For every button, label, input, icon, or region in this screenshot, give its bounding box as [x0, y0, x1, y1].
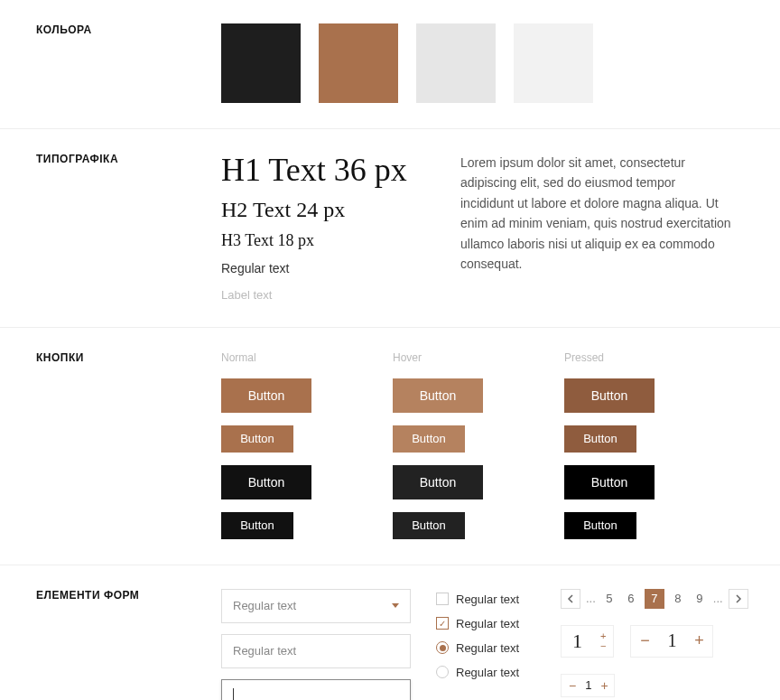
text-input[interactable]: Regular text	[221, 634, 411, 668]
button-col-normal: Normal Button Button Button Button	[221, 351, 311, 539]
page-6[interactable]: 6	[623, 592, 639, 605]
checkbox-checked-row[interactable]: Regular text	[436, 617, 535, 630]
swatch-3	[416, 23, 496, 103]
page-active[interactable]: 7	[645, 589, 664, 609]
checkbox-checked-icon[interactable]	[436, 617, 449, 630]
plus-button[interactable]: +	[600, 678, 608, 693]
section-forms: ЕЛЕМЕНТИ ФОРМ Regular text Regular text	[0, 565, 780, 700]
paragraph-sample: Lorem ipsum dolor sit amet, consectetur …	[460, 153, 731, 302]
buttons-title: КНОПКИ	[36, 351, 221, 364]
checkbox-icon[interactable]	[436, 593, 449, 605]
button-brown-small-pressed[interactable]: Button	[564, 425, 636, 453]
state-label-normal: Normal	[221, 351, 311, 364]
regular-sample: Regular text	[221, 261, 433, 275]
button-black-large-hover[interactable]: Button	[393, 465, 483, 499]
radio-icon[interactable]	[436, 666, 449, 678]
inputs-column: Regular text Regular text	[221, 589, 411, 700]
checkbox-unchecked-row[interactable]: Regular text	[436, 593, 535, 606]
button-brown-large-pressed[interactable]: Button	[564, 378, 655, 413]
chevron-right-icon	[735, 594, 742, 603]
forms-content: Regular text Regular text Regular text	[221, 589, 780, 700]
swatch-1	[221, 23, 301, 103]
typography-title: ТИПОГРАФІКА	[36, 153, 221, 165]
button-col-hover: Hover Button Button Button Button	[393, 351, 483, 539]
page-prev-button[interactable]	[561, 589, 580, 609]
page-5[interactable]: 5	[601, 592, 618, 605]
h2-sample: H2 Text 24 px	[221, 198, 433, 222]
section-colors: КОЛЬОРА	[0, 0, 780, 129]
forms-title: ЕЛЕМЕНТИ ФОРМ	[36, 589, 221, 602]
chevron-left-icon	[567, 594, 574, 603]
text-cursor-icon	[233, 688, 234, 700]
minus-icon[interactable]: −	[600, 641, 606, 651]
radio-unchecked-row[interactable]: Regular text	[436, 666, 535, 679]
plus-icon[interactable]: +	[600, 631, 606, 641]
stepper-value: 1	[562, 630, 593, 653]
stepper-value: 1	[658, 630, 685, 651]
buttons-content: Normal Button Button Button Button Hover…	[221, 351, 780, 539]
button-col-pressed: Pressed Button Button Button Button	[564, 351, 655, 539]
button-black-small-pressed[interactable]: Button	[564, 512, 636, 539]
h3-sample: H3 Text 18 px	[221, 231, 433, 250]
button-black-large-pressed[interactable]: Button	[564, 465, 655, 499]
section-buttons: КНОПКИ Normal Button Button Button Butto…	[0, 328, 780, 565]
stepper-value: 1	[585, 678, 591, 692]
radio-checked-row[interactable]: Regular text	[436, 641, 535, 655]
checks-column: Regular text Regular text Regular text R…	[436, 589, 535, 679]
check-label: Regular text	[456, 617, 519, 630]
check-label: Regular text	[456, 593, 519, 606]
chevron-down-icon	[392, 603, 399, 608]
select-value: Regular text	[233, 599, 296, 612]
swatch-4	[514, 23, 593, 103]
section-label: ЕЛЕМЕНТИ ФОРМ	[0, 589, 221, 700]
section-label: ТИПОГРАФІКА	[0, 153, 221, 302]
input-value: Regular text	[233, 644, 296, 658]
label-sample: Label text	[221, 288, 433, 302]
text-input-focused[interactable]	[221, 679, 411, 700]
check-label: Regular text	[456, 666, 519, 679]
colors-content	[221, 23, 780, 103]
stepper-horizontal[interactable]: − 1 +	[630, 625, 713, 658]
ellipsis-right: ...	[713, 592, 723, 605]
stepper-compact[interactable]: − 1 +	[561, 674, 615, 697]
minus-button[interactable]: −	[569, 678, 576, 693]
swatch-2	[319, 23, 398, 103]
state-label-hover: Hover	[393, 351, 483, 364]
select-input[interactable]: Regular text	[221, 589, 411, 623]
steppers-row: 1 + − − 1 +	[561, 625, 748, 658]
h1-sample: H1 Text 36 px	[221, 153, 433, 189]
swatches-row	[221, 23, 762, 103]
button-black-small[interactable]: Button	[221, 512, 293, 539]
section-label: КОЛЬОРА	[0, 23, 221, 103]
button-black-large[interactable]: Button	[221, 465, 311, 499]
page-8[interactable]: 8	[670, 592, 686, 605]
button-black-small-hover[interactable]: Button	[393, 512, 465, 539]
button-brown-small-hover[interactable]: Button	[393, 425, 465, 453]
ellipsis-left: ...	[586, 592, 596, 605]
button-brown-small[interactable]: Button	[221, 425, 293, 453]
button-brown-large-hover[interactable]: Button	[393, 378, 483, 413]
page-9[interactable]: 9	[692, 592, 708, 605]
page-next-button[interactable]	[729, 589, 748, 609]
stepper-vertical[interactable]: 1 + −	[561, 625, 614, 658]
section-label: КНОПКИ	[0, 351, 221, 539]
plus-button[interactable]: +	[685, 631, 712, 650]
button-brown-large[interactable]: Button	[221, 378, 311, 413]
pagination: ... 5 6 7 8 9 ...	[561, 589, 748, 609]
radio-checked-icon[interactable]	[436, 641, 449, 654]
check-label: Regular text	[456, 641, 519, 655]
typography-content: H1 Text 36 px H2 Text 24 px H3 Text 18 p…	[221, 153, 780, 302]
right-column: ... 5 6 7 8 9 ... 1 +	[561, 589, 748, 697]
minus-button[interactable]: −	[631, 631, 658, 650]
section-typography: ТИПОГРАФІКА H1 Text 36 px H2 Text 24 px …	[0, 129, 780, 328]
state-label-pressed: Pressed	[564, 351, 655, 364]
colors-title: КОЛЬОРА	[36, 23, 221, 36]
